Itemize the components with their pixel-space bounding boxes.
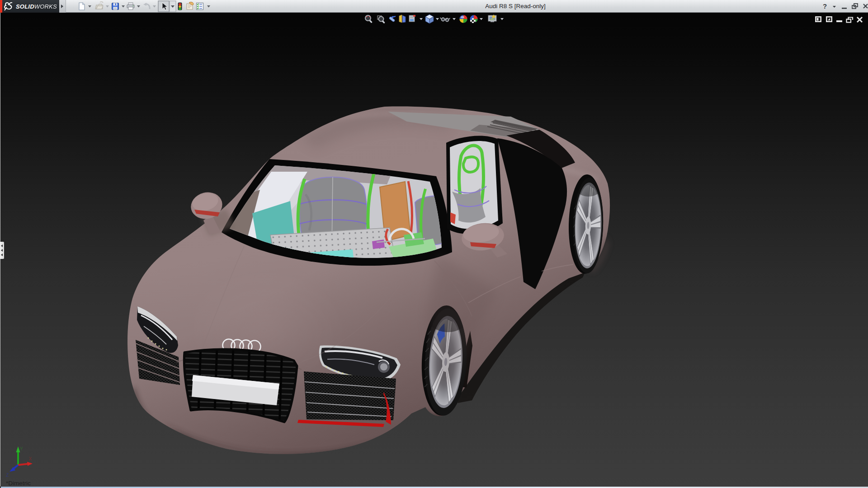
- svg-text:?: ?: [823, 2, 827, 10]
